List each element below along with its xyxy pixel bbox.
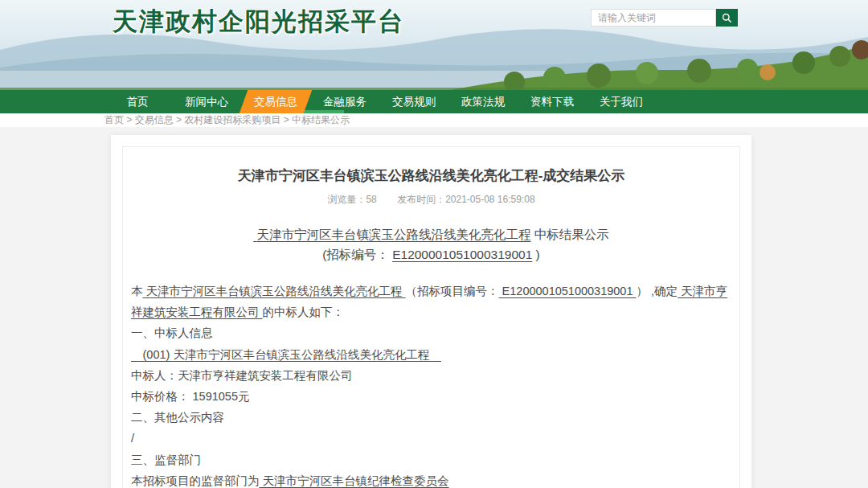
plain-text: 中标结果公示 [531,228,609,241]
notice-heading-line: 天津市宁河区丰台镇滨玉公路线沿线美化亮化工程 中标结果公示 [131,224,731,244]
nav-item-label: 政策法规 [461,96,505,108]
main-nav: 首页 新闻中心 交易信息 金融服务 交易规则 政策法规 资料下载 [0,90,868,113]
plain-text: ） ,确定 [637,285,678,297]
site-title: 天津政村企阳光招采平台 [113,5,404,39]
nav-item[interactable]: 首页 [103,90,172,113]
breadcrumb[interactable]: 首页 > 交易信息 > 农村建设招标采购项目 > 中标结果公示 [0,113,868,127]
nav-item-label: 关于我们 [600,96,643,108]
plain-text: / [131,432,134,445]
nav-item-label: 交易信息 [254,96,297,108]
nav-item-label: 新闻中心 [185,96,228,108]
nav-item-label: 资料下载 [530,96,574,108]
plain-text: 三、监督部门 [131,453,201,466]
nav-item-label: 首页 [127,96,149,108]
underlined-text: 天津市宁河区丰台镇纪律检查委员会 [260,474,449,487]
notice-body-line: / [131,428,731,449]
search-box [591,9,738,27]
plain-text: ) [532,248,539,261]
main-area: 天津市宁河区丰台镇滨玉公路线沿线美化亮化工程-成交结果公示 浏览量：58 发布时… [0,127,868,488]
plain-text: 一、中标人信息 [131,326,213,339]
nav-item[interactable]: 关于我们 [587,90,656,113]
underlined-text: E1200001051000319001 [499,285,637,297]
notice-body-line: 本招标项目的监督部门为 天津市宁河区丰台镇纪律检查委员会 [131,470,731,488]
nav-item[interactable]: 新闻中心 [172,90,241,113]
notice-body-line: 本 天津市宁河区丰台镇滨玉公路线沿线美化亮化工程 （招标项目编号： E12000… [131,281,731,322]
publish-time: 发布时间：2021-05-08 16:59:08 [397,194,534,205]
notice-body-line: (001) 天津市宁河区丰台镇滨玉公路线沿线美化亮化工程 [131,344,731,365]
plain-text: 中标人：天津市亨祥建筑安装工程有限公司 [131,369,353,382]
search-button[interactable] [716,9,738,27]
content-card-border: 天津市宁河区丰台镇滨玉公路线沿线美化亮化工程-成交结果公示 浏览量：58 发布时… [122,146,740,488]
plain-text: 本 [131,285,143,297]
nav-item[interactable]: 金融服务 [310,90,379,113]
plain-text: 二、其他公示内容 [131,411,224,424]
underlined-text: E1200001051000319001 [392,248,532,261]
view-count: 浏览量：58 [327,194,376,205]
notice-heading-line: (招标编号： E1200001051000319001 ) [131,244,731,265]
notice-body-line: 中标价格： 1591055元 [131,386,731,407]
underlined-text: (001) 天津市宁河区丰台镇滨玉公路线沿线美化亮化工程 [131,348,441,361]
plain-text: (招标编号： [322,248,392,261]
underlined-text: 天津市宁河区丰台镇滨玉公路线沿线美化亮化工程 [253,228,530,241]
notice-heading: 天津市宁河区丰台镇滨玉公路线沿线美化亮化工程 中标结果公示 (招标编号： E12… [131,224,731,265]
article-title: 天津市宁河区丰台镇滨玉公路线沿线美化亮化工程-成交结果公示 [131,166,731,185]
plain-text: 的中标人如下： [263,306,345,318]
underlined-text: 天津市宁河区丰台镇滨玉公路线沿线美化亮化工程 [143,285,406,297]
plain-text: 本招标项目的监督部门为 [131,474,260,487]
nav-item[interactable]: 交易规则 [379,90,448,113]
article-meta: 浏览量：58 发布时间：2021-05-08 16:59:08 [131,193,731,207]
magnifier-icon [722,13,732,23]
plain-text: 中标价格： 1591055元 [131,390,249,403]
nav-item[interactable]: 交易信息 [241,90,310,113]
notice-body: 本 天津市宁河区丰台镇滨玉公路线沿线美化亮化工程 （招标项目编号： E12000… [131,281,731,488]
notice-body-line: 一、中标人信息 [131,322,731,343]
nav-item-label: 交易规则 [392,96,436,108]
plain-text: （招标项目编号： [406,285,499,297]
nav-item[interactable]: 政策法规 [448,90,518,113]
notice-body-line: 三、监督部门 [131,449,731,470]
nav-item[interactable]: 资料下载 [518,90,587,113]
notice-body-line: 二、其他公示内容 [131,407,731,428]
site-header: 天津政村企阳光招采平台 [0,0,868,90]
notice-body-line: 中标人：天津市亨祥建筑安装工程有限公司 [131,365,731,386]
search-input[interactable] [591,9,716,27]
nav-item-label: 金融服务 [323,96,366,108]
content-card: 天津市宁河区丰台镇滨玉公路线沿线美化亮化工程-成交结果公示 浏览量：58 发布时… [111,135,751,488]
